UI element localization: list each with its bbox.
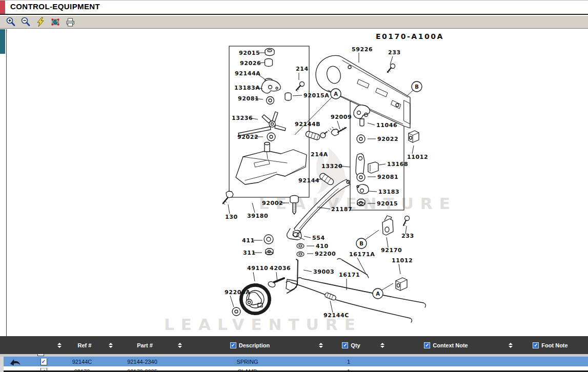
table-row[interactable]: ✓ 92144C 92144-2340 SPRING 1	[0, 357, 588, 366]
check-icon: ✓	[425, 343, 429, 348]
part-label[interactable]: 42036	[270, 265, 291, 272]
part-label[interactable]: 411	[242, 237, 255, 244]
part-label[interactable]: 13320	[321, 163, 342, 170]
part-label[interactable]: 92015A	[303, 92, 329, 99]
teal-accent-bar	[0, 29, 5, 54]
select-region-button[interactable]	[50, 17, 60, 27]
part-label[interactable]: 13236	[232, 115, 253, 121]
zoom-in-button[interactable]	[6, 17, 16, 27]
undo-button[interactable]	[0, 358, 31, 366]
circle-ref-label[interactable]: A	[331, 89, 341, 99]
description-checkbox[interactable]: ✓	[230, 342, 236, 348]
table-body: ✓ 92144C 92144-2340 SPRING 1 ✓ 92170 921…	[0, 357, 588, 372]
check-icon: ✓	[343, 343, 347, 348]
clipped-row-checkbox: ✓	[37, 354, 44, 356]
part-label[interactable]: 311	[243, 250, 256, 256]
sort-icon[interactable]	[57, 343, 62, 348]
sort-icon[interactable]	[509, 343, 513, 348]
part-label[interactable]: 92170	[381, 247, 402, 254]
part-label[interactable]: 92022	[237, 134, 258, 140]
sort-icon[interactable]	[380, 343, 384, 348]
part-label[interactable]: 554	[312, 235, 325, 241]
part-label[interactable]: 92022	[377, 136, 398, 142]
part-label[interactable]: 11012	[407, 154, 428, 160]
part-label[interactable]: 92015	[377, 200, 398, 207]
toolbar	[0, 16, 588, 29]
column-label: Description	[239, 342, 270, 348]
part-label[interactable]: 92200	[315, 251, 336, 257]
part-label[interactable]: 130	[225, 214, 238, 220]
circle-ref-label[interactable]: B	[356, 238, 367, 249]
part-label[interactable]: 92144C	[323, 312, 349, 319]
column-label: Part #	[137, 342, 153, 348]
title-bar: CONTROL-EQUIPMENT	[0, 1, 588, 15]
column-header-foot-note[interactable]: ✓ Foot Note	[508, 336, 588, 354]
context-note-checkbox[interactable]: ✓	[424, 342, 430, 348]
column-header-description[interactable]: ✓ Description	[177, 336, 318, 354]
part-label[interactable]: 59226	[352, 46, 373, 53]
column-label: Qty	[351, 342, 360, 348]
part-label[interactable]: 49110	[247, 265, 268, 272]
column-label: Foot Note	[541, 342, 567, 348]
column-header-context-note[interactable]: ✓ Context Note	[379, 336, 508, 354]
svg-text:A: A	[376, 291, 380, 297]
flash-hotspots-button[interactable]	[35, 17, 46, 27]
sort-icon[interactable]	[178, 343, 182, 348]
part-label[interactable]: 16171A	[349, 251, 375, 258]
red-accent-bar	[0, 1, 5, 14]
circle-ref-label[interactable]: A	[373, 288, 383, 299]
part-label[interactable]: 13183	[378, 189, 399, 195]
qty-checkbox[interactable]: ✓	[342, 342, 348, 348]
svg-text:A: A	[334, 91, 338, 97]
part-label[interactable]: 233	[401, 233, 414, 239]
column-header-part[interactable]: Part #	[108, 336, 177, 354]
part-label[interactable]: 11012	[392, 257, 413, 264]
part-label[interactable]: 13168	[387, 161, 408, 168]
check-icon: ✓	[231, 343, 235, 348]
ref-cell: 92144C	[56, 359, 108, 365]
column-header-qty[interactable]: ✓ Qty	[318, 336, 379, 354]
part-label[interactable]: 410	[316, 243, 329, 250]
part-label[interactable]: 233	[388, 49, 401, 56]
part-label[interactable]: 92081	[238, 95, 259, 102]
part-label[interactable]: 92081	[377, 174, 398, 180]
part-label[interactable]: 92009	[331, 114, 352, 120]
column-header-ref[interactable]: Ref #	[56, 336, 108, 354]
part-label[interactable]: 214	[296, 66, 309, 72]
sort-icon[interactable]	[319, 343, 323, 348]
column-label: Ref #	[78, 342, 92, 348]
select-region-icon	[50, 17, 60, 27]
part-label[interactable]: 21187	[331, 206, 352, 213]
part-label[interactable]: 92015	[239, 50, 260, 56]
description-cell: SPRING	[177, 359, 318, 365]
printer-icon	[65, 17, 75, 27]
part-label[interactable]: 16171	[339, 272, 360, 278]
foot-note-checkbox[interactable]: ✓	[533, 342, 539, 348]
row-checkbox[interactable]: ✓	[40, 358, 47, 365]
lightning-icon	[35, 17, 46, 27]
part-label[interactable]: 92026	[240, 60, 261, 67]
exploded-parts-diagram[interactable]: LEALVENTURE LEALVENTURE E0170-A100A	[7, 29, 588, 336]
part-label[interactable]: 92200A	[225, 289, 250, 296]
circle-ref-label[interactable]: B	[412, 81, 422, 92]
parts-table: Ref # Part # ✓ Description ✓ Qty ✓ Conte…	[0, 336, 588, 372]
sort-icon[interactable]	[109, 343, 113, 348]
diagram-code: E0170-A100A	[376, 32, 444, 40]
part-label[interactable]: 11046	[376, 122, 397, 129]
column-label: Context Note	[433, 342, 468, 348]
part-label[interactable]: 92144A	[235, 70, 260, 77]
part-label[interactable]: 92144	[298, 177, 319, 184]
print-button[interactable]	[65, 17, 75, 27]
part-label[interactable]: 214A	[311, 151, 328, 158]
column-header-undo	[0, 336, 31, 354]
part-label[interactable]: 39003	[313, 268, 334, 275]
zoom-out-icon	[21, 17, 31, 27]
part-label[interactable]: 13183A	[234, 85, 260, 91]
check-icon: ✓	[534, 343, 538, 348]
part-label[interactable]: 92002	[262, 200, 283, 206]
zoom-out-button[interactable]	[21, 17, 31, 27]
part-label[interactable]: 92144B	[295, 121, 320, 128]
qty-cell: 1	[318, 359, 379, 365]
part-label[interactable]: 39180	[247, 213, 268, 219]
parts-diagram-panel: LEALVENTURE LEALVENTURE E0170-A100A	[7, 29, 588, 336]
